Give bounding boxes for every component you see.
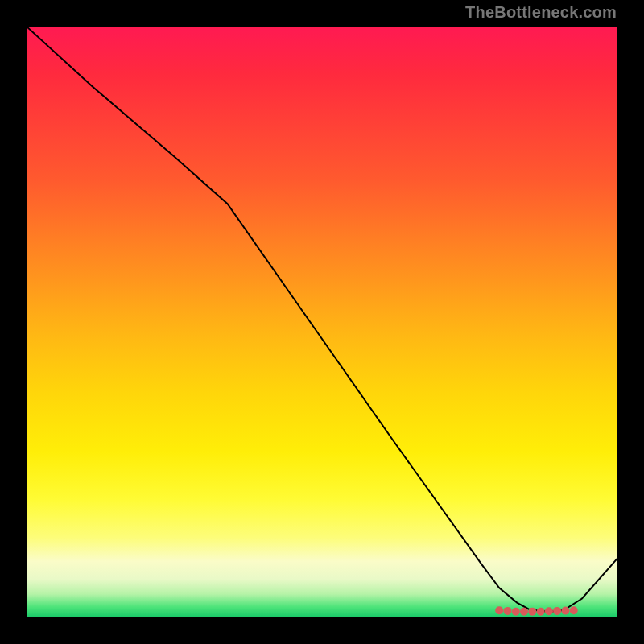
chart-marker	[545, 607, 553, 615]
chart-marker	[537, 608, 545, 616]
chart-marker	[561, 607, 569, 615]
chart-marker	[512, 608, 520, 616]
chart-svg	[27, 27, 617, 617]
chart-marker	[570, 606, 578, 614]
watermark-text: TheBottleneck.com	[465, 3, 617, 22]
chart-marker	[528, 608, 536, 616]
chart-container: TheBottleneck.com	[0, 0, 644, 644]
chart-marker	[520, 608, 528, 616]
chart-marker	[504, 607, 512, 615]
chart-marker	[495, 606, 503, 614]
chart-marker	[553, 607, 561, 615]
chart-line	[27, 27, 617, 612]
plot-area	[27, 27, 617, 617]
